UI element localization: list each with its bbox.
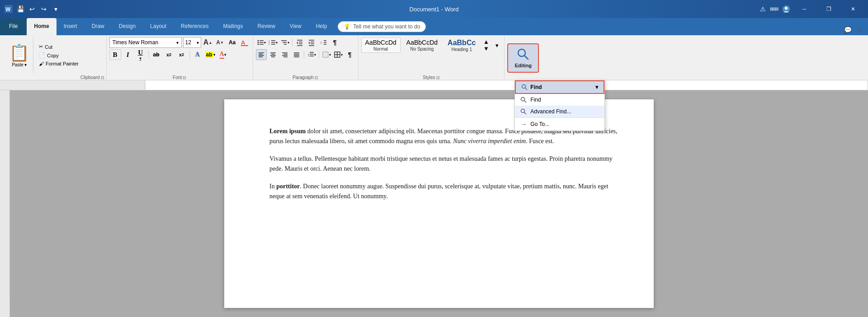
format-painter-icon: 🖌 — [39, 61, 44, 66]
para3-bold: porttitor — [276, 183, 300, 190]
tab-layout[interactable]: Layout — [143, 18, 174, 35]
advanced-find-item[interactable]: Advanced Find... — [515, 106, 604, 117]
ribbon-tabs: File Home Insert Draw Design Layout Refe… — [0, 18, 868, 35]
underline-button[interactable]: U ▾ — [135, 49, 146, 60]
close-button[interactable]: ✕ — [843, 2, 863, 16]
minimize-button[interactable]: ─ — [794, 2, 815, 16]
style-nospace-label: No Spacing — [410, 47, 434, 51]
tab-design[interactable]: Design — [112, 18, 143, 35]
align-right-button[interactable] — [279, 49, 290, 60]
strikethrough-button[interactable]: ab — [151, 49, 162, 60]
find-item[interactable]: Find — [515, 94, 604, 106]
warning-icon: ⚠ — [759, 5, 767, 13]
style-no-spacing[interactable]: AaBbCcDd No Spacing — [402, 37, 442, 53]
find-dropdown-header[interactable]: Find ▾ — [515, 80, 604, 94]
tab-help[interactable]: Help — [309, 18, 335, 35]
numbering-button[interactable]: 1. 2. 3. ▾ — [268, 37, 278, 48]
paste-dropdown-arrow[interactable]: ▾ — [24, 62, 27, 67]
svg-rect-8 — [775, 7, 775, 10]
subscript-button[interactable]: x2 — [163, 49, 175, 60]
editing-group: Editing Find ▾ Find — [505, 35, 542, 80]
tab-file[interactable]: File — [0, 18, 27, 35]
clear-formatting-button[interactable]: A — [239, 37, 250, 48]
show-formatting-button[interactable]: ¶ — [330, 37, 340, 48]
quick-access-dropdown[interactable]: ▾ — [52, 5, 60, 13]
font-name-selector[interactable]: Times New Roman ▾ — [109, 37, 182, 48]
search-icon — [517, 48, 529, 62]
clipboard-label: Clipboard ⊡ — [80, 74, 104, 80]
tell-me-text: Tell me what you want to do — [353, 23, 420, 30]
format-painter-button[interactable]: 🖌 Format Painter — [37, 60, 80, 67]
style-normal-preview: AaBbCcDd — [365, 39, 396, 47]
bullets-button[interactable]: ▾ — [256, 37, 267, 48]
decrease-indent-button[interactable] — [294, 37, 305, 48]
left-ruler — [0, 90, 10, 317]
restore-button[interactable]: ❐ — [818, 2, 839, 16]
editing-button[interactable]: Editing — [507, 43, 539, 73]
justify-button[interactable] — [291, 49, 302, 60]
clipboard-dialog-icon[interactable]: ⊡ — [101, 75, 104, 80]
tell-me-box[interactable]: 💡 Tell me what you want to do — [338, 21, 426, 32]
user-icon[interactable] — [782, 5, 790, 13]
text-effects-button[interactable]: A — [192, 49, 203, 60]
paragraph-mark-button[interactable]: ¶ — [344, 49, 355, 60]
font-size-selector[interactable]: 12 ▾ — [183, 37, 201, 48]
change-case-button[interactable]: Aa — [227, 37, 238, 48]
paste-button[interactable]: 📋 Paste ▾ — [5, 37, 33, 73]
shading-button[interactable]: ▾ — [321, 49, 332, 60]
multilevel-list-button[interactable]: ▾ — [279, 37, 290, 48]
tab-insert[interactable]: Insert — [57, 18, 85, 35]
svg-rect-4 — [772, 7, 772, 10]
increase-indent-button[interactable] — [306, 37, 317, 48]
copy-button[interactable]: 📄 Copy — [37, 51, 80, 59]
title-bar-right: ⚠ ─ ❐ ✕ — [759, 2, 863, 16]
style-heading-label: Heading 1 — [451, 47, 472, 52]
svg-rect-12 — [778, 7, 778, 10]
font-dialog-icon[interactable]: ⊡ — [183, 75, 186, 80]
font-group: Times New Roman ▾ 12 ▾ A▲ A▼ Aa A — [107, 35, 253, 80]
tab-home[interactable]: Home — [27, 18, 56, 35]
tab-draw[interactable]: Draw — [85, 18, 112, 35]
font-grow-button[interactable]: A▲ — [203, 37, 213, 48]
tab-view[interactable]: View — [283, 18, 309, 35]
styles-dialog-icon[interactable]: ⊡ — [436, 75, 440, 80]
sort-button[interactable]: ↕ — [318, 37, 329, 48]
tab-references[interactable]: References — [174, 18, 216, 35]
styles-scroll-up[interactable]: ▲▼ — [481, 40, 491, 51]
paragraph-dialog-icon[interactable]: ⊡ — [315, 75, 318, 80]
word-logo-icon[interactable]: W — [5, 5, 13, 13]
svg-point-71 — [522, 85, 526, 89]
comments-icon[interactable]: 💬 — [844, 26, 852, 33]
styles-group-label: Styles ⊡ — [423, 74, 439, 80]
font-shrink-button[interactable]: A▼ — [215, 37, 226, 48]
font-color-button[interactable]: A ▾ — [217, 49, 229, 60]
highlight-color-button[interactable]: ab ▾ — [204, 49, 216, 60]
para3-rest: . Donec laoreet nonummy augue. Suspendis… — [269, 183, 609, 200]
align-left-button[interactable] — [256, 49, 267, 60]
paragraph-group-label: Paragraph ⊡ — [292, 74, 318, 80]
borders-button[interactable]: ▾ — [333, 49, 344, 60]
superscript-button[interactable]: x2 — [176, 49, 188, 60]
style-normal[interactable]: AaBbCcDd Normal — [361, 37, 401, 53]
bold-button[interactable]: B — [109, 49, 121, 60]
main-ribbon: 📋 Paste ▾ ✂ Cut 📄 Copy 🖌 Format Painter — [0, 35, 868, 80]
advanced-find-label: Advanced Find... — [530, 108, 571, 115]
line-spacing-button[interactable]: ↕ ▾ — [306, 49, 317, 60]
tab-review[interactable]: Review — [250, 18, 283, 35]
italic-button[interactable]: I — [122, 49, 134, 60]
collapse-ribbon-button[interactable]: ∧ — [854, 24, 864, 35]
tab-mailings[interactable]: Mailings — [216, 18, 250, 35]
styles-more-button[interactable]: ▾ — [492, 40, 501, 51]
cut-button[interactable]: ✂ Cut — [37, 43, 80, 51]
style-heading1[interactable]: AaBbCc Heading 1 — [443, 37, 480, 53]
svg-text:A: A — [241, 39, 245, 46]
redo-icon[interactable]: ↪ — [40, 5, 48, 13]
document-area: Lorem ipsum dolor sit amet, consectetuer… — [0, 90, 868, 317]
paragraph-2: Vivamus a tellus. Pellentesque habitant … — [269, 154, 618, 174]
font-name-dropdown-icon: ▾ — [176, 40, 179, 45]
document-wrapper[interactable]: Lorem ipsum dolor sit amet, consectetuer… — [10, 90, 868, 317]
save-icon[interactable]: 💾 — [16, 5, 24, 13]
goto-item[interactable]: → Go To... — [515, 118, 604, 131]
undo-icon[interactable]: ↩ — [28, 5, 36, 13]
align-center-button[interactable] — [268, 49, 278, 60]
